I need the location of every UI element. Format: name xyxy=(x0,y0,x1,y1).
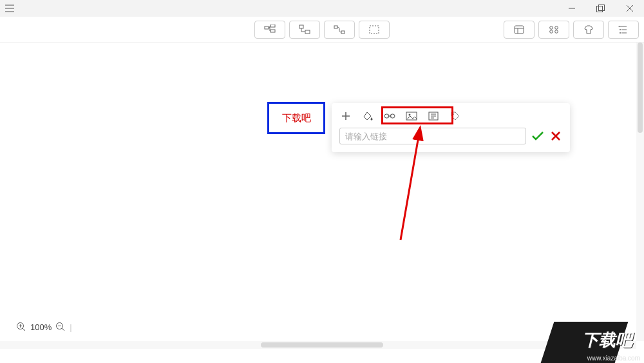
zoom-out-icon xyxy=(55,322,66,332)
layout-icon xyxy=(514,25,524,34)
horizontal-scrollbar[interactable] xyxy=(0,341,636,349)
node-child-icon xyxy=(299,25,310,35)
check-icon xyxy=(531,131,544,141)
maximize-icon xyxy=(596,5,605,12)
theme-button[interactable] xyxy=(538,21,569,39)
svg-rect-8 xyxy=(341,31,345,34)
link-icon xyxy=(384,112,395,120)
svg-rect-3 xyxy=(270,25,275,27)
close-icon xyxy=(626,5,634,12)
minimize-icon xyxy=(568,5,576,12)
svg-rect-9 xyxy=(370,26,379,34)
zoom-divider: | xyxy=(70,322,71,332)
outline-icon xyxy=(618,25,629,34)
link-input[interactable] xyxy=(339,128,526,144)
horizontal-scroll-thumb[interactable] xyxy=(261,342,383,348)
zoom-in-button[interactable] xyxy=(16,322,26,332)
svg-rect-6 xyxy=(305,30,310,34)
plus-icon xyxy=(341,111,351,121)
svg-point-17 xyxy=(620,32,621,34)
svg-rect-0 xyxy=(596,6,602,12)
fill-color-button[interactable] xyxy=(361,110,374,123)
maximize-button[interactable] xyxy=(586,0,615,17)
toolbar xyxy=(0,17,644,43)
relation-button[interactable] xyxy=(324,21,355,39)
note-icon xyxy=(428,112,439,121)
boundary-button[interactable] xyxy=(359,21,390,39)
svg-point-16 xyxy=(620,29,621,30)
titlebar xyxy=(0,0,644,17)
add-sub-button[interactable] xyxy=(339,110,352,123)
toolbar-center-group xyxy=(254,21,390,39)
vertical-scroll-thumb[interactable] xyxy=(638,43,643,133)
layout-button[interactable] xyxy=(504,21,535,39)
outline-button[interactable] xyxy=(608,21,639,39)
cancel-button[interactable] xyxy=(549,130,562,142)
svg-rect-10 xyxy=(515,26,524,34)
insert-child-button[interactable] xyxy=(289,21,320,39)
close-button[interactable] xyxy=(615,0,644,17)
zoom-out-button[interactable] xyxy=(55,322,66,332)
window-controls xyxy=(557,0,644,17)
boundary-icon xyxy=(369,25,379,34)
node-sibling-icon xyxy=(264,25,276,35)
svg-point-11 xyxy=(550,26,553,29)
hamburger-menu-button[interactable] xyxy=(0,0,19,17)
canvas[interactable] xyxy=(0,43,636,341)
svg-point-23 xyxy=(409,114,411,116)
vertical-scrollbar[interactable] xyxy=(636,43,644,341)
style-button[interactable] xyxy=(573,21,604,39)
svg-rect-5 xyxy=(299,25,303,28)
svg-point-25 xyxy=(453,113,454,115)
svg-rect-1 xyxy=(598,5,604,11)
shirt-icon xyxy=(583,25,594,34)
svg-point-12 xyxy=(555,26,558,29)
svg-rect-2 xyxy=(265,26,269,29)
relation-icon xyxy=(334,25,345,34)
menu-icon xyxy=(5,5,14,12)
bottom-strip xyxy=(0,349,644,363)
zoom-controls: 100% | xyxy=(16,320,72,333)
svg-rect-4 xyxy=(270,30,275,32)
image-icon xyxy=(406,112,417,121)
minimize-button[interactable] xyxy=(557,0,586,17)
svg-point-14 xyxy=(555,30,558,33)
popover-tool-row xyxy=(339,110,562,123)
zoom-level-label: 100% xyxy=(30,322,52,332)
grid-icon xyxy=(549,25,559,34)
confirm-button[interactable] xyxy=(531,130,544,142)
insert-note-button[interactable] xyxy=(427,110,440,123)
svg-point-13 xyxy=(550,30,553,33)
zoom-in-icon xyxy=(16,322,26,332)
link-input-row xyxy=(339,128,562,144)
insert-tag-button[interactable] xyxy=(449,110,462,123)
svg-rect-7 xyxy=(334,26,337,28)
paint-bucket-icon xyxy=(363,111,373,121)
x-icon xyxy=(551,131,561,141)
insert-link-button[interactable] xyxy=(383,110,396,123)
node-edit-popover xyxy=(332,103,570,152)
insert-sibling-button[interactable] xyxy=(254,21,285,39)
node-label: 下载吧 xyxy=(282,112,311,124)
svg-point-15 xyxy=(619,26,620,27)
insert-image-button[interactable] xyxy=(405,110,418,123)
mindmap-root-node[interactable]: 下载吧 xyxy=(267,102,325,134)
toolbar-right-group xyxy=(504,21,644,39)
tag-icon xyxy=(450,111,460,121)
